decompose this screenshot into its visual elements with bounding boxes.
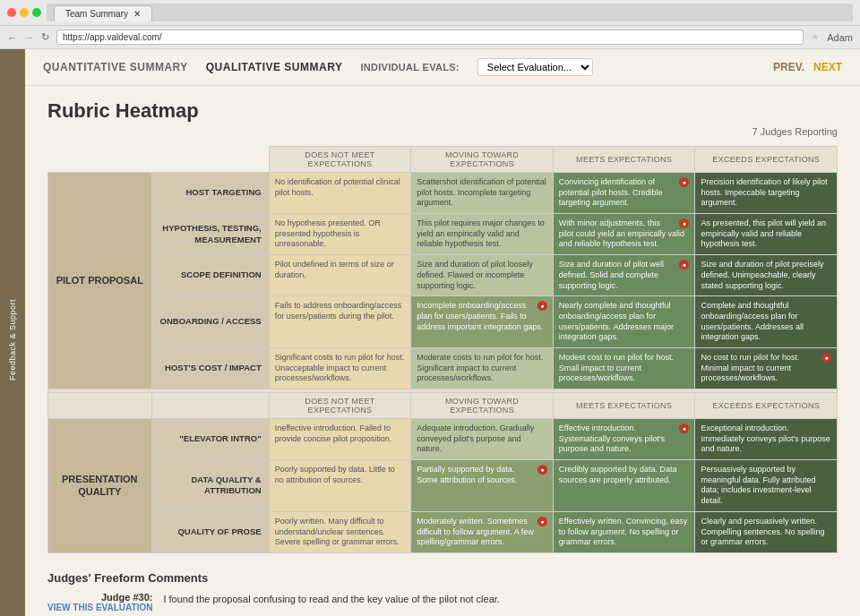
row-label-cell: HYPOTHESIS, TESTING, MEASUREMENT <box>151 214 269 255</box>
heatmap-cell[interactable]: Poorly supported by data. Little to no a… <box>269 460 411 512</box>
heatmap-cell[interactable]: Complete and thoughtful onboarding/acces… <box>695 296 838 348</box>
spacer-th-1 <box>48 147 152 173</box>
close-button[interactable] <box>7 8 16 17</box>
cell-text: Ineffective introduction. Failed to prov… <box>275 424 392 443</box>
cell-text: Significant costs to run pilot for host.… <box>275 353 405 382</box>
heatmap-cell[interactable]: ●Incomplete onboarding/access plan for u… <box>411 296 554 348</box>
url-input[interactable] <box>56 30 804 45</box>
heatmap-cell[interactable]: Poorly written. Many difficult to unders… <box>269 511 411 552</box>
heatmap-cell[interactable]: Moderate costs to run pilot for host. Si… <box>411 347 554 389</box>
heatmap-cell[interactable]: Adequate introduction. Gradually conveye… <box>411 419 554 460</box>
browser-chrome: Team Summary ✕ <box>0 0 860 26</box>
heatmap-cell[interactable]: Significant costs to run pilot for host.… <box>269 347 411 389</box>
heatmap-cell[interactable]: ●With minor adjustments, this pilot coul… <box>553 214 695 255</box>
heatmap-cell[interactable]: ●Moderately written. Sometimes difficult… <box>411 511 554 552</box>
main-content: QUANTITATIVE SUMMARY QUALITATIVE SUMMARY… <box>25 49 860 616</box>
view-evaluation-link[interactable]: VIEW THIS EVALUATION <box>47 603 152 612</box>
heatmap-cell[interactable]: Credibly supported by data. Data sources… <box>553 460 695 512</box>
heatmap-cell[interactable]: Precision identification of likely pilot… <box>695 173 838 214</box>
heatmap-cell[interactable]: ●No cost to run pilot for host. Minimal … <box>695 347 838 389</box>
heatmap-cell[interactable]: Modest cost to run pilot for host. Small… <box>553 347 695 389</box>
cell-text: Exceptional introduction. Immediately co… <box>701 424 830 453</box>
col-header-3: MOVING TOWARD EXPECTATIONS <box>411 393 554 419</box>
col-header-1 <box>151 393 269 419</box>
col-header-dnm: DOES NOT MEET EXPECTATIONS <box>269 147 411 173</box>
cell-text: Effective introduction. Systematically c… <box>559 424 665 453</box>
column-header-row: DOES NOT MEET EXPECTATIONS MOVING TOWARD… <box>48 147 838 173</box>
heatmap-cell[interactable]: Size and duration of pilot loosely defin… <box>411 255 554 296</box>
section-label-cell: PRESENTATION QUALITY <box>48 419 152 553</box>
heatmap-cell[interactable]: Effectively written. Convincing, easy to… <box>553 511 695 552</box>
cell-text: Incomplete onboarding/access plan for us… <box>417 301 543 330</box>
heatmap-cell[interactable]: Clearly and persuasively written. Compel… <box>695 511 838 552</box>
tab-title: Team Summary <box>65 9 128 19</box>
refresh-icon[interactable]: ↻ <box>41 31 49 43</box>
evaluation-select[interactable]: Select Evaluation... <box>477 58 593 76</box>
heatmap-cell[interactable]: Persuasively supported by meaningful dat… <box>695 460 838 512</box>
cell-text: No cost to run pilot for host. Minimal i… <box>701 353 799 382</box>
heatmap-cell[interactable]: ●Convincing identification of potential … <box>553 173 695 214</box>
table-row: SCOPE DEFINITIONPilot undefined in terms… <box>48 255 838 296</box>
tab-bar: Team Summary ✕ <box>47 4 853 21</box>
prev-button[interactable]: PREV. <box>773 61 804 73</box>
cell-text: Moderate costs to run pilot for host. Si… <box>417 353 543 382</box>
heatmap-cell[interactable]: No hypothesis presented. OR presented hy… <box>269 214 411 255</box>
forward-icon[interactable]: → <box>24 32 34 43</box>
cell-text: This pilot requires major changes to yie… <box>417 218 545 248</box>
heatmap-cell[interactable]: Fails to address onboarding/access for u… <box>269 296 411 348</box>
bookmark-icon: ★ <box>811 31 820 43</box>
next-button[interactable]: NEXT <box>813 61 842 73</box>
heatmap-cell[interactable]: Scattershot identification of potential … <box>411 173 554 214</box>
comment-text: I found the proposal confusing to read a… <box>163 592 499 604</box>
comments-container: Judge #30:VIEW THIS EVALUATIONI found th… <box>47 592 838 612</box>
selected-indicator: ● <box>538 517 547 526</box>
table-row: DATA QUALITY & ATTRIBUTIONPoorly support… <box>48 460 838 512</box>
selected-indicator: ● <box>679 218 689 228</box>
quantitative-summary-link[interactable]: QUANTITATIVE SUMMARY <box>43 61 188 73</box>
comments-section: Judges' Freeform Comments Judge #30:VIEW… <box>47 571 838 612</box>
user-label: Adam <box>827 32 853 43</box>
nav-links: QUANTITATIVE SUMMARY QUALITATIVE SUMMARY… <box>43 58 593 76</box>
cell-text: Poorly written. Many difficult to unders… <box>275 517 400 546</box>
heatmap-cell[interactable]: ●Partially supported by data. Some attri… <box>411 460 554 512</box>
row-label-cell: "ELEVATOR INTRO" <box>151 419 269 460</box>
heatmap-cell[interactable]: Pilot undefined in terms of size or dura… <box>269 255 411 296</box>
heatmap-cell[interactable]: Nearly complete and thoughtful onboardin… <box>553 296 695 348</box>
selected-indicator: ● <box>679 260 689 270</box>
nav-right: PREV. NEXT <box>773 61 842 73</box>
table-row: QUALITY OF PROSEPoorly written. Many dif… <box>48 511 838 552</box>
cell-text: Size and duration of pilot precisely def… <box>701 260 823 289</box>
selected-indicator: ● <box>679 424 689 433</box>
heatmap-cell[interactable]: Ineffective introduction. Failed to prov… <box>269 419 411 460</box>
heatmap-cell[interactable]: ●Effective introduction. Systematically … <box>553 419 695 460</box>
comments-title: Judges' Freeform Comments <box>47 571 838 585</box>
browser-tab[interactable]: Team Summary ✕ <box>54 5 152 21</box>
table-row: PRESENTATION QUALITY"ELEVATOR INTRO"Inef… <box>48 419 838 460</box>
col-header-2: DOES NOT MEET EXPECTATIONS <box>269 393 411 419</box>
heatmap-cell[interactable]: Size and duration of pilot precisely def… <box>695 255 838 296</box>
cell-text: Precision identification of likely pilot… <box>701 177 827 207</box>
minimize-button[interactable] <box>20 8 29 17</box>
page-body: Rubric Heatmap 7 Judges Reporting DOES N… <box>25 86 860 616</box>
back-icon[interactable]: ← <box>7 32 17 43</box>
heatmap-cell[interactable]: Exceptional introduction. Immediately co… <box>695 419 838 460</box>
qualitative-summary-link[interactable]: QUALITATIVE SUMMARY <box>206 61 343 73</box>
cell-text: Clearly and persuasively written. Compel… <box>701 517 824 546</box>
cell-text: No hypothesis presented. OR presented hy… <box>275 218 381 248</box>
col-header-4: MEETS EXPECTATIONS <box>553 393 695 419</box>
traffic-lights <box>7 8 41 17</box>
cell-text: Moderately written. Sometimes difficult … <box>417 517 533 546</box>
cell-text: Poorly supported by data. Little to no a… <box>275 465 395 484</box>
heatmap-cell[interactable]: As presented, this pilot will yield an e… <box>695 214 838 255</box>
heatmap-table: DOES NOT MEET EXPECTATIONS MOVING TOWARD… <box>47 146 838 553</box>
maximize-button[interactable] <box>32 8 41 17</box>
column-header-row-2: DOES NOT MEET EXPECTATIONSMOVING TOWARD … <box>48 393 838 419</box>
table-row: HOST'S COST / IMPACTSignificant costs to… <box>48 347 838 389</box>
heatmap-cell[interactable]: No identification of potential clinical … <box>269 173 411 214</box>
heatmap-cell[interactable]: This pilot requires major changes to yie… <box>411 214 554 255</box>
feedback-support-label[interactable]: Feedback & Support <box>8 299 17 381</box>
row-label-cell: QUALITY OF PROSE <box>151 511 269 552</box>
heatmap-cell[interactable]: ●Size and duration of pilot well defined… <box>553 255 695 296</box>
col-header-moving: MOVING TOWARD EXPECTATIONS <box>411 147 554 173</box>
row-label-cell: HOST'S COST / IMPACT <box>151 347 269 389</box>
